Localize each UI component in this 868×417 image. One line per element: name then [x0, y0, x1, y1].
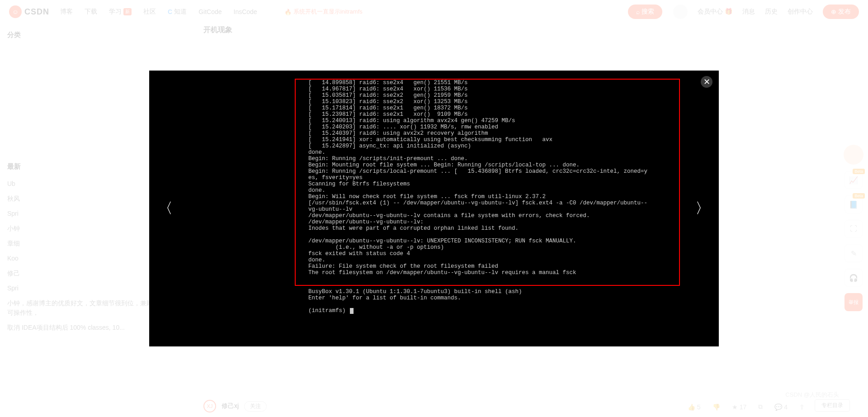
- lightbox-overlay[interactable]: ✕ 〈 〉 [ 14.899858] raid6: sse2x4 gen() 2…: [0, 0, 868, 24]
